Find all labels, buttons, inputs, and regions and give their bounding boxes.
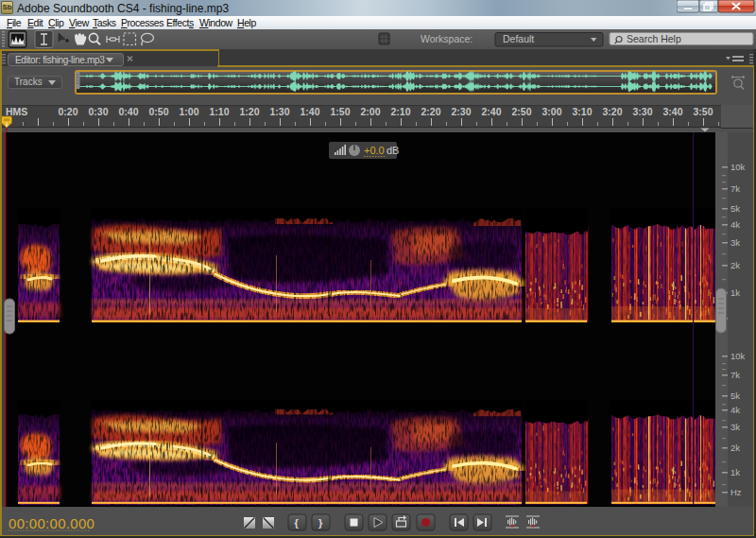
svg-text:+0.0: +0.0 [364, 145, 385, 156]
svg-text:0:50: 0:50 [148, 106, 168, 117]
svg-text:2k: 2k [730, 260, 740, 270]
svg-text:3:40: 3:40 [662, 106, 682, 117]
svg-text:5k: 5k [730, 203, 740, 214]
svg-text:0:20: 0:20 [58, 106, 77, 117]
svg-text:0:40: 0:40 [118, 106, 138, 117]
svg-text:{: { [295, 517, 300, 529]
svg-text:4k: 4k [730, 219, 740, 230]
svg-text:dB: dB [387, 145, 399, 156]
svg-text:1k: 1k [730, 467, 740, 477]
svg-text:Default: Default [503, 33, 534, 44]
svg-text:1:30: 1:30 [269, 106, 289, 117]
svg-text:1:50: 1:50 [330, 106, 350, 117]
svg-text:}: } [318, 517, 323, 529]
svg-text:2:00: 2:00 [360, 106, 380, 117]
svg-text:10k: 10k [730, 351, 746, 361]
svg-text:2:50: 2:50 [511, 106, 531, 117]
svg-text:2:10: 2:10 [390, 106, 410, 117]
svg-text:1:20: 1:20 [239, 106, 259, 117]
svg-text:1:00: 1:00 [179, 106, 198, 117]
svg-text:2:20: 2:20 [421, 106, 440, 117]
svg-text:5k: 5k [730, 390, 740, 401]
svg-text:0:30: 0:30 [88, 106, 108, 117]
svg-text:2:30: 2:30 [451, 106, 471, 117]
svg-text:3:30: 3:30 [632, 106, 652, 117]
svg-text:Hz: Hz [730, 487, 742, 497]
svg-text:3:50: 3:50 [693, 106, 713, 117]
svg-text:1k: 1k [730, 287, 740, 298]
svg-text:3:00: 3:00 [541, 106, 561, 117]
svg-text:7k: 7k [730, 370, 740, 380]
svg-text:4k: 4k [730, 405, 740, 415]
svg-text:Workspace:: Workspace: [421, 33, 472, 44]
svg-text:2:40: 2:40 [481, 106, 501, 117]
svg-text:3:10: 3:10 [572, 106, 592, 117]
svg-text:1:10: 1:10 [209, 106, 229, 117]
svg-text:10k: 10k [730, 162, 746, 172]
svg-text:3k: 3k [730, 422, 740, 432]
svg-text:2k: 2k [730, 443, 740, 453]
svg-text:3k: 3k [730, 237, 740, 248]
svg-text:3:20: 3:20 [602, 106, 622, 117]
svg-text:7k: 7k [730, 183, 740, 194]
svg-text:Search Help: Search Help [627, 33, 681, 44]
svg-text:1:40: 1:40 [300, 106, 319, 117]
